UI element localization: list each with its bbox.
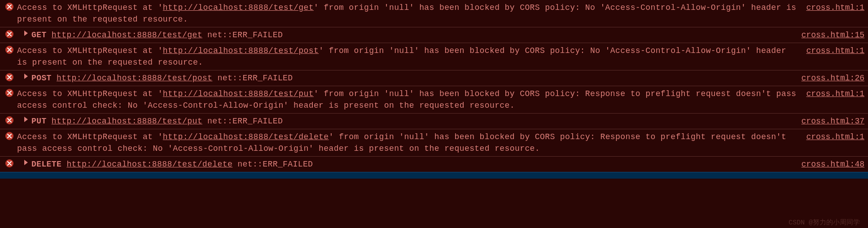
url-link[interactable]: http://localhost:8888/test/delete [163,132,329,141]
console-error-row[interactable]: DELETE http://localhost:8888/test/delete… [0,156,868,172]
devtools-console: Access to XMLHttpRequest at 'http://loca… [0,0,868,172]
error-icon [5,116,13,124]
error-icon [5,30,13,38]
error-message: Access to XMLHttpRequest at 'http://loca… [17,131,797,154]
expand-toggle-icon[interactable] [24,117,28,122]
console-error-row[interactable]: Access to XMLHttpRequest at 'http://loca… [0,86,868,113]
expand-toggle-icon[interactable] [24,160,28,165]
message-text: net::ERR_FAILED [232,160,313,169]
message-text: Access to XMLHttpRequest at ' [17,89,163,98]
error-icon [5,73,13,81]
message-text: PUT [31,117,52,126]
console-error-row[interactable]: PUT http://localhost:8888/test/put net::… [0,113,868,129]
console-error-row[interactable]: Access to XMLHttpRequest at 'http://loca… [0,129,868,156]
url-link[interactable]: http://localhost:8888/test/post [163,46,319,55]
message-text: POST [31,74,57,83]
source-link[interactable]: cross.html:1 [797,45,864,57]
error-message: POST http://localhost:8888/test/post net… [17,72,793,84]
error-message: Access to XMLHttpRequest at 'http://loca… [17,45,797,68]
message-text: GET [31,31,52,39]
error-icon [5,46,13,54]
url-link[interactable]: http://localhost:8888/test/get [163,3,314,12]
message-text: net::ERR_FAILED [202,117,283,126]
url-link[interactable]: http://localhost:8888/test/delete [66,160,232,169]
source-link[interactable]: cross.html:1 [797,2,864,13]
message-text: net::ERR_FAILED [212,74,293,83]
console-error-row[interactable]: Access to XMLHttpRequest at 'http://loca… [0,0,868,27]
source-link[interactable]: cross.html:26 [793,72,864,84]
error-message: PUT http://localhost:8888/test/put net::… [17,115,793,127]
console-error-row[interactable]: GET http://localhost:8888/test/get net::… [0,27,868,43]
message-text: Access to XMLHttpRequest at ' [17,3,163,12]
error-icon [5,3,13,11]
source-link[interactable]: cross.html:48 [793,158,864,170]
source-link[interactable]: cross.html:1 [797,131,864,143]
url-link[interactable]: http://localhost:8888/test/put [52,117,202,126]
console-error-row[interactable]: POST http://localhost:8888/test/post net… [0,70,868,86]
source-link[interactable]: cross.html:37 [793,115,864,127]
error-icon [5,89,13,97]
expand-toggle-icon[interactable] [24,31,28,36]
message-text: DELETE [31,160,66,169]
source-link[interactable]: cross.html:15 [793,29,864,41]
message-text: Access to XMLHttpRequest at ' [17,132,163,141]
url-link[interactable]: http://localhost:8888/test/get [52,31,202,39]
message-text: Access to XMLHttpRequest at ' [17,46,163,55]
url-link[interactable]: http://localhost:8888/test/put [163,89,314,98]
source-link[interactable]: cross.html:1 [797,88,864,100]
error-icon [5,159,13,167]
expand-toggle-icon[interactable] [24,74,28,79]
error-message: Access to XMLHttpRequest at 'http://loca… [17,88,797,111]
error-message: GET http://localhost:8888/test/get net::… [17,29,793,41]
prompt-bar[interactable] [0,172,868,179]
console-error-row[interactable]: Access to XMLHttpRequest at 'http://loca… [0,43,868,70]
error-message: Access to XMLHttpRequest at 'http://loca… [17,2,797,25]
url-link[interactable]: http://localhost:8888/test/post [57,74,212,83]
message-text: net::ERR_FAILED [202,31,283,39]
error-icon [5,132,13,140]
error-message: DELETE http://localhost:8888/test/delete… [17,158,793,170]
